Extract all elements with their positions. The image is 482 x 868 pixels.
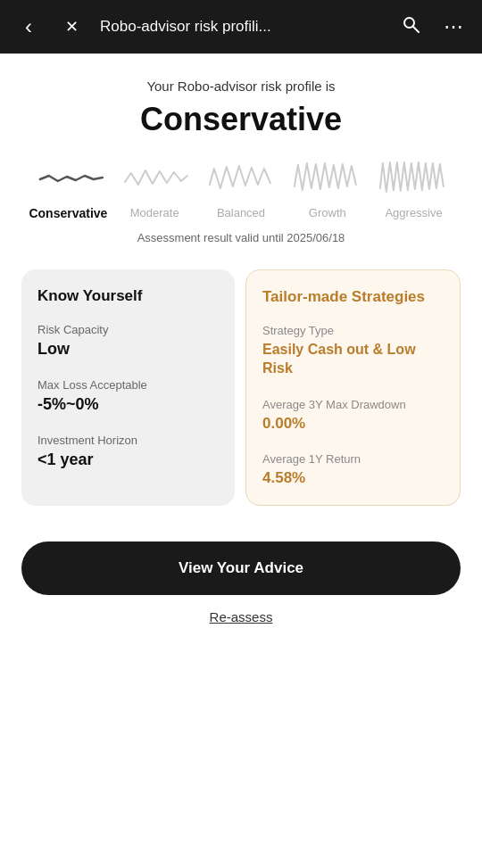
svg-line-1 — [413, 27, 419, 32]
drawdown-field: Average 3Y Max Drawdown 0.00% — [262, 398, 444, 433]
return-label: Average 1Y Return — [262, 452, 444, 466]
risk-capacity-field: Risk Capacity Low — [37, 323, 219, 359]
search-icon[interactable] — [396, 15, 425, 38]
bottom-area: View Your Advice Re-assess — [0, 541, 482, 646]
risk-capacity-label: Risk Capacity — [37, 323, 219, 336]
risk-label-balanced: Balanced — [198, 206, 285, 220]
nav-bar: ‹ ✕ Robo-advisor risk profili... ⋯ — [0, 0, 482, 54]
wave-growth — [284, 160, 369, 195]
investment-horizon-field: Investment Horizon <1 year — [37, 434, 219, 469]
assessment-valid-text: Assessment result valid until 2025/06/18 — [21, 231, 461, 244]
profile-subtitle: Your Robo-advisor risk profile is — [21, 79, 461, 94]
risk-label-aggressive: Aggressive — [370, 206, 457, 220]
risk-label-conservative: Conservative — [25, 206, 112, 220]
max-loss-field: Max Loss Acceptable -5%~0% — [37, 378, 219, 414]
max-loss-label: Max Loss Acceptable — [37, 378, 219, 392]
view-advice-button[interactable]: View Your Advice — [21, 541, 461, 595]
know-yourself-card: Know Yourself Risk Capacity Low Max Loss… — [21, 269, 235, 506]
strategy-type-value: Easily Cash out & Low Risk — [262, 341, 444, 378]
return-value: 4.58% — [262, 469, 444, 487]
wave-moderate — [113, 160, 198, 195]
profile-name: Conservative — [21, 101, 461, 138]
close-icon[interactable]: ✕ — [57, 17, 86, 37]
know-yourself-title: Know Yourself — [37, 287, 219, 305]
drawdown-label: Average 3Y Max Drawdown — [262, 398, 444, 411]
tailor-made-card: Tailor-made Strategies Strategy Type Eas… — [245, 269, 461, 506]
nav-title: Robo-advisor risk profili... — [100, 18, 382, 36]
strategy-type-field: Strategy Type Easily Cash out & Low Risk — [262, 324, 444, 378]
reassess-button[interactable]: Re-assess — [21, 609, 461, 624]
wave-balanced — [198, 160, 283, 195]
return-field: Average 1Y Return 4.58% — [262, 452, 444, 487]
investment-horizon-value: <1 year — [37, 451, 219, 469]
wave-aggressive — [369, 160, 453, 195]
tailor-made-title: Tailor-made Strategies — [262, 288, 444, 306]
more-icon[interactable]: ⋯ — [439, 15, 468, 38]
investment-horizon-label: Investment Horizon — [37, 434, 219, 447]
cards-row: Know Yourself Risk Capacity Low Max Loss… — [21, 269, 461, 506]
wave-conservative — [29, 160, 113, 195]
risk-label-growth: Growth — [284, 206, 370, 220]
risk-capacity-value: Low — [37, 340, 219, 359]
drawdown-value: 0.00% — [262, 415, 444, 433]
wave-chart — [21, 156, 461, 199]
back-icon[interactable]: ‹ — [14, 14, 43, 39]
strategy-type-label: Strategy Type — [262, 324, 444, 337]
main-content: Your Robo-advisor risk profile is Conser… — [0, 54, 482, 506]
risk-label-moderate: Moderate — [112, 206, 198, 220]
nav-actions: ⋯ — [396, 15, 468, 38]
risk-labels: Conservative Moderate Balanced Growth Ag… — [21, 206, 461, 220]
max-loss-value: -5%~0% — [37, 395, 219, 414]
